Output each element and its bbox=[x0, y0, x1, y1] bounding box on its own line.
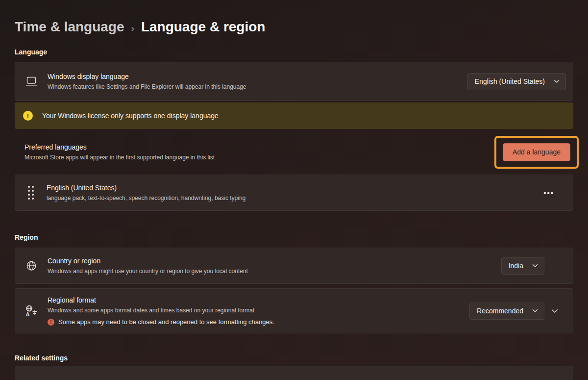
display-language-description: Windows features like Settings and File … bbox=[48, 83, 246, 91]
language-list-item: English (United States) language pack, t… bbox=[15, 175, 573, 211]
breadcrumb-time-and-language[interactable]: Time & language bbox=[15, 19, 124, 35]
license-warning-text: Your Windows license only supports one d… bbox=[42, 112, 219, 120]
display-language-dropdown[interactable]: English (United States) bbox=[467, 73, 566, 90]
preferred-languages-row: Preferred languages Microsoft Store apps… bbox=[15, 136, 573, 169]
regional-format-description: Windows and some apps format dates and t… bbox=[48, 307, 274, 314]
display-language-selected: English (United States) bbox=[475, 77, 545, 85]
language-more-options-icon[interactable]: ••• bbox=[543, 189, 554, 197]
chevron-down-icon bbox=[532, 264, 538, 268]
preferred-languages-description: Microsoft Store apps will appear in the … bbox=[24, 154, 215, 161]
related-settings-card-partial[interactable] bbox=[15, 366, 573, 380]
notice-text: Some apps may need to be closed and reop… bbox=[58, 318, 274, 326]
license-warning-banner: ! Your Windows license only supports one… bbox=[15, 102, 573, 129]
regional-format-title: Regional format bbox=[48, 296, 274, 304]
regional-format-notice: ! Some apps may need to be closed and re… bbox=[48, 318, 274, 326]
preferred-languages-title: Preferred languages bbox=[24, 143, 215, 152]
language-name: English (United States) bbox=[47, 184, 245, 192]
country-dropdown[interactable]: India bbox=[501, 257, 544, 275]
country-description: Windows and apps might use your country … bbox=[48, 268, 248, 275]
page-title: Language & region bbox=[141, 19, 266, 35]
regional-format-dropdown[interactable]: Recommended bbox=[469, 303, 544, 320]
section-label-related-settings: Related settings bbox=[15, 354, 573, 362]
notice-icon: ! bbox=[48, 319, 54, 326]
windows-display-language-card: Windows display language Windows feature… bbox=[15, 62, 573, 101]
country-or-region-card: Country or region Windows and apps might… bbox=[15, 248, 573, 284]
warning-icon: ! bbox=[23, 111, 33, 121]
country-selected: India bbox=[509, 262, 523, 270]
breadcrumb: Time & language › Language & region bbox=[15, 17, 573, 37]
svg-text:A: A bbox=[26, 311, 30, 317]
settings-page: Time & language › Language & region Lang… bbox=[0, 0, 588, 380]
country-title: Country or region bbox=[48, 257, 248, 265]
chevron-down-icon bbox=[554, 79, 560, 83]
chevron-down-icon bbox=[551, 309, 558, 313]
regional-format-selected: Recommended bbox=[477, 307, 523, 315]
chevron-down-icon bbox=[532, 309, 538, 313]
regional-format-card: A Regional format Windows and some apps … bbox=[15, 288, 573, 333]
add-language-button[interactable]: Add a language bbox=[503, 143, 570, 161]
regional-format-expander[interactable] bbox=[544, 309, 565, 313]
section-label-region: Region bbox=[15, 233, 573, 241]
drag-grip-icon[interactable] bbox=[28, 186, 34, 200]
section-label-language: Language bbox=[15, 48, 573, 56]
breadcrumb-separator-icon: › bbox=[131, 21, 134, 34]
highlight-annotation: Add a language bbox=[494, 136, 579, 169]
globe-icon bbox=[15, 260, 48, 272]
language-features: language pack, text-to-speech, speech re… bbox=[47, 195, 245, 202]
regional-format-icon: A bbox=[15, 304, 48, 317]
display-icon bbox=[15, 76, 48, 87]
display-language-title: Windows display language bbox=[48, 73, 246, 81]
